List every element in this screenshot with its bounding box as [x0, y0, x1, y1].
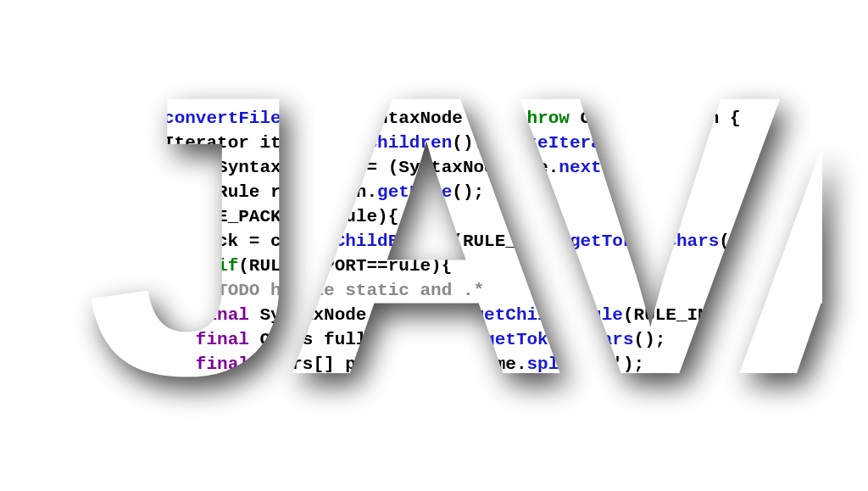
code-token: getTokensChars [570, 232, 719, 251]
code-token: getTokensChars [484, 330, 633, 349]
code-token: () [719, 232, 740, 251]
code-token: getChildByRule [474, 305, 623, 325]
code-token: getChildren [335, 133, 453, 153]
code-token: CodeException { [570, 109, 741, 128]
code-token: for [110, 133, 142, 153]
code-token: (RULE_REF). [452, 232, 570, 251]
code-token [110, 305, 196, 325]
code-token: (); [602, 158, 634, 177]
code-token [110, 330, 196, 349]
code-token: void [110, 109, 153, 128]
code-token: else [164, 256, 206, 276]
code-token [110, 207, 153, 226]
code-token: next [559, 158, 601, 177]
code-token: final [153, 158, 206, 177]
code-token: final [153, 182, 206, 202]
code-token [110, 158, 153, 177]
code-token [110, 182, 153, 202]
code-token: SyntaxNode sn) [345, 109, 516, 128]
code-token: pack = cn. [110, 232, 303, 251]
code-token: final [292, 109, 345, 128]
code-token: getRule [377, 182, 452, 202]
code-token: throw [516, 109, 570, 128]
code-token: ( [281, 109, 292, 128]
code-token: //TODO handle static and .* [196, 281, 484, 300]
code-foreign-object: void convertFile(final SyntaxNode sn) th… [85, 68, 822, 424]
code-token: Chars[] parts = fullName. [249, 354, 527, 374]
code-token: SyntaxNode cn = (SyntaxNode)ite. [206, 158, 559, 177]
java-text-graphic: JAVA void convertFile(final SyntaxNode s… [85, 68, 822, 424]
code-token: (RULE_IMPORT==rule){ [238, 256, 452, 276]
code-token: final [196, 305, 249, 325]
code-token: getChildByRule [303, 232, 452, 251]
code-token: final [196, 330, 249, 349]
code-token: if [217, 256, 238, 276]
code-token: createIterator [484, 133, 633, 153]
java-word-svg: JAVA void convertFile(final SyntaxNode s… [85, 68, 822, 424]
code-token: (RULE_PACKAGE==rule){ [175, 207, 399, 226]
code-token: (). [452, 133, 484, 153]
code-token: ();ite. [634, 133, 709, 153]
code-token [206, 256, 217, 276]
code-token [153, 109, 164, 128]
code-token: split [527, 354, 581, 374]
code-token: (RULE_IMPO [623, 305, 730, 325]
code-token: (); [452, 182, 484, 202]
code-token: convertFile [164, 109, 281, 128]
code-token: SyntaxNode ccn = cn. [249, 305, 474, 325]
code-token: final [196, 354, 249, 374]
code-token: (Iterator ite=sn. [142, 133, 335, 153]
code-token: Chars fullName = ccn. [249, 330, 484, 349]
code-token [110, 354, 196, 374]
code-token: if [153, 207, 174, 226]
code-token: Rule rule = cn. [206, 182, 377, 202]
code-token [110, 281, 196, 300]
code-token: ('.'); [581, 354, 645, 374]
java-code-snippet: void convertFile(final SyntaxNode sn) th… [85, 68, 822, 377]
code-token: } [110, 256, 164, 276]
code-token: (); [634, 330, 666, 349]
